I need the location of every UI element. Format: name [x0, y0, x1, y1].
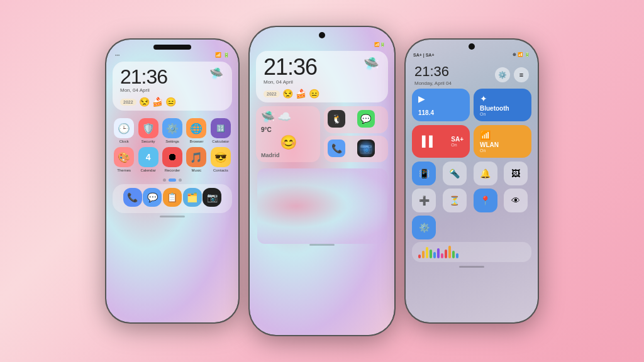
sa-sub: On	[451, 143, 464, 147]
themes-label: Themes	[117, 168, 131, 172]
app-music[interactable]: 🎵 Music	[185, 147, 208, 172]
clock-icon: 🕒	[114, 118, 134, 138]
status-bar-2: ... 📶🔋	[250, 38, 394, 48]
app-recorder[interactable]: ⏺ Recorder	[161, 147, 184, 172]
contacts-label: Contacts	[213, 168, 228, 172]
dot-2-active	[169, 178, 176, 182]
app-calendar[interactable]: 4 Calendar	[136, 147, 159, 172]
ctrl-date: Monday, April 04	[414, 80, 452, 86]
media-widget	[412, 242, 531, 262]
date-display-2: Mon, 04 April	[264, 79, 380, 85]
ctrl-tile-bluetooth[interactable]: ✦ Bluetooth On	[474, 89, 531, 121]
app-calculator[interactable]: 🔢 Calculator	[209, 118, 232, 143]
app-themes[interactable]: 🎨 Themes	[113, 147, 135, 172]
ctrl-tile-sa[interactable]: ▐▐ SA+ On	[412, 125, 470, 158]
bar-8	[445, 250, 447, 258]
dock-files[interactable]: 🗂️	[183, 188, 202, 207]
app-chat[interactable]: 💬	[357, 110, 375, 128]
settings-label: Settings	[165, 140, 179, 143]
home-indicator-2	[309, 244, 335, 246]
phone-1: ▪▪▪ 📶 🔋 21:36 Mon, 04 April 2022 😒 🍰 😑 🛸	[106, 40, 238, 322]
ctrl-tile-music[interactable]: ▶ 118.4	[412, 89, 470, 121]
emoji-3: 😑	[165, 97, 176, 107]
browser-icon: 🌐	[186, 118, 206, 138]
emoji-4: 😒	[282, 89, 293, 99]
app-penguin[interactable]: 🐧	[328, 110, 345, 128]
bluetooth-label: Bluetooth	[480, 105, 525, 112]
app-camera-widget[interactable]: 📷	[357, 140, 375, 157]
ctrl-small-mute[interactable]: 🔔	[474, 162, 497, 185]
madrid-label: Madrid	[261, 152, 315, 158]
ctrl-small-screenshot[interactable]: 🖼	[504, 162, 528, 185]
punch-hole-3	[469, 43, 475, 50]
app-security[interactable]: 🛡️ Security	[136, 118, 159, 143]
dock-notes[interactable]: 📋	[163, 188, 182, 207]
ctrl-small-eye[interactable]: 👁	[504, 189, 528, 212]
status-icons-1: 📶 🔋	[215, 52, 230, 58]
weather-icon: 🛸	[261, 110, 275, 124]
ctrl-small-timer[interactable]: ⏳	[443, 189, 467, 212]
widget-grid-2: 🛸 ☁️ 9°C 😊 Madrid 🐧 💬 📞	[250, 106, 394, 166]
ctrl-small-grid-1: 📳 🔦 🔔 🖼	[406, 162, 538, 189]
app-browser[interactable]: 🌐 Browser	[185, 118, 208, 143]
recorder-icon: ⏺	[162, 147, 182, 167]
sa-icon: ▐▐	[418, 136, 433, 147]
wallpaper-area-2	[250, 168, 394, 244]
status-icons-3: ⊕ 📶 🔋	[513, 52, 530, 57]
phone-1-screen: ▪▪▪ 📶 🔋 21:36 Mon, 04 April 2022 😒 🍰 😑 🛸	[106, 40, 238, 322]
app-settings[interactable]: ⚙️ Settings	[161, 118, 184, 143]
control-header: 21:36 Monday, April 04 ⚙️ ≡	[406, 58, 538, 89]
menu-btn[interactable]: ≡	[514, 67, 529, 82]
dock-messages[interactable]: 💬	[143, 188, 162, 207]
app-phone[interactable]: 📞	[328, 140, 345, 157]
music-label: Music	[192, 168, 202, 172]
bar-4	[430, 250, 432, 258]
dock-phone[interactable]: 📞	[123, 188, 142, 207]
year-badge-1: 2022	[120, 99, 136, 106]
sa-text-block: SA+ On	[451, 136, 464, 147]
phone-2: ... 📶🔋 21:36 Mon, 04 April 2022 😒 🍰 😑 🛸	[250, 27, 394, 335]
ctrl-small-plus[interactable]: ➕	[412, 189, 436, 212]
bar-2	[422, 251, 425, 258]
calc-label: Calculator	[212, 140, 229, 143]
phone-3-wrapper: SA+ | SA+ ⊕ 📶 🔋 21:36 Monday, April 04 ⚙…	[406, 40, 538, 322]
bar-10	[452, 251, 455, 258]
app-grid-1: 🕒 Clock 🛡️ Security ⚙️ Settings 🌐 Browse…	[106, 114, 238, 176]
phone-3: SA+ | SA+ ⊕ 📶 🔋 21:36 Monday, April 04 ⚙…	[406, 40, 538, 322]
bar-1	[418, 255, 421, 258]
equalizer-bars	[418, 246, 525, 258]
bluetooth-text-block: Bluetooth On	[480, 105, 525, 116]
phone-2-screen: ... 📶🔋 21:36 Mon, 04 April 2022 😒 🍰 😑 🛸	[250, 27, 394, 335]
status-bar-3: SA+ | SA+ ⊕ 📶 🔋	[406, 48, 538, 58]
emoji-2: 🍰	[152, 97, 163, 107]
cloud-icon: ☁️	[277, 110, 291, 124]
app-clock[interactable]: 🕒 Clock	[113, 118, 135, 143]
security-label: Security	[142, 140, 155, 143]
ctrl-settings-tile[interactable]: ⚙️	[412, 216, 436, 239]
calc-icon: 🔢	[211, 118, 231, 138]
wlan-text-block: WLAN On	[480, 141, 525, 153]
time-widget-1: 21:36 Mon, 04 April 2022 😒 🍰 😑 🛸	[113, 62, 232, 111]
ctrl-tile-wlan[interactable]: 📶 WLAN On	[474, 125, 531, 158]
dock-camera[interactable]: 📷	[203, 188, 221, 207]
ctrl-settings-row: ⚙️	[406, 216, 538, 242]
bar-11	[456, 253, 458, 258]
bottom-dock-1: 📞 💬 📋 🗂️ 📷	[113, 184, 232, 213]
ctrl-small-grid-2: ➕ ⏳ 📍 👁	[406, 189, 538, 216]
emoji-smile: 😊	[261, 134, 315, 151]
ctrl-small-vibrate[interactable]: 📳	[412, 162, 436, 185]
carrier-3: SA+ | SA+	[413, 53, 434, 57]
punch-hole-2	[319, 32, 325, 38]
wlan-label: WLAN	[480, 141, 525, 148]
settings-btn[interactable]: ⚙️	[495, 67, 510, 82]
ctrl-small-location[interactable]: 📍	[474, 189, 497, 212]
ctrl-small-torch[interactable]: 🔦	[443, 162, 467, 185]
security-icon: 🛡️	[138, 118, 158, 138]
bar-9	[448, 246, 451, 258]
bluetooth-sub: On	[480, 112, 525, 116]
home-indicator-1	[160, 216, 185, 217]
music-icon: 🎵	[186, 147, 206, 167]
widget-icons-row: 2022 😒 🍰 😑	[120, 97, 225, 107]
app-contacts[interactable]: 😎 Contacts	[209, 147, 232, 172]
bar-6	[437, 248, 440, 258]
